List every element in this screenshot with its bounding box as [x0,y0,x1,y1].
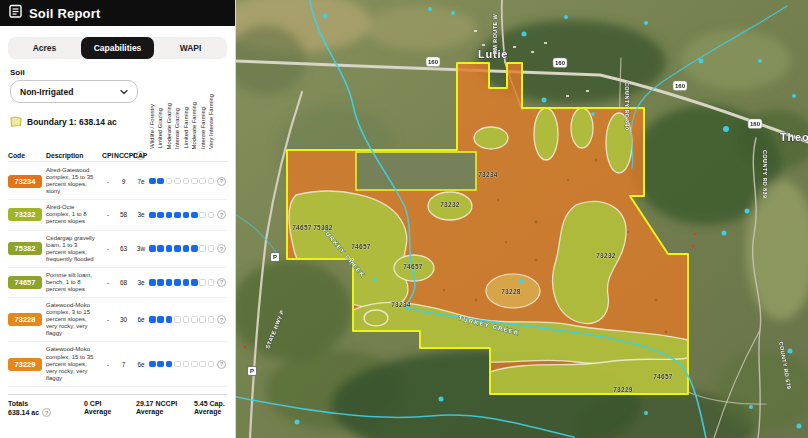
svg-text:P: P [250,368,254,374]
soil-code-badge: 75382 [8,242,42,255]
soil-table-row[interactable]: 74657Pomme silt loam, bench, 1 to 8 perc… [8,268,227,298]
tab-capabilities[interactable]: Capabilities [81,37,154,59]
capability-square [174,316,181,323]
soil-table-body: 73234Alred-Gatewood complex, 15 to 35 pe… [8,163,227,396]
capability-square [157,316,164,323]
soil-table-row[interactable]: 73234Alred-Gatewood complex, 15 to 35 pe… [8,163,227,200]
capability-square [183,178,190,185]
capability-square [208,361,215,368]
map-soil-code-label: 73234 [478,171,498,178]
capability-squares [149,178,217,185]
map-soil-code-label: 73234 [391,301,411,308]
cap-value: 3w [133,245,149,252]
nccpi-value: 9 [114,178,133,185]
row-help-icon[interactable]: ? [217,278,226,287]
capability-square [183,361,190,368]
totals-row: Totals 638.14 ac? 0 CPI Average 29.17 NC… [8,394,227,417]
capability-square [174,212,181,219]
capability-square [199,212,206,219]
row-help-icon[interactable]: ? [217,177,226,186]
cpi-value: - [102,279,114,286]
nccpi-value: 68 [114,279,133,286]
svg-text:160: 160 [555,60,566,66]
capability-squares [149,245,217,252]
tab-wapi[interactable]: WAPI [154,37,227,59]
totals-nccpi: 29.17 NCCPI [136,400,194,407]
col-code: Code [8,152,46,159]
cap-value: 6e [133,361,149,368]
satellite-map[interactable]: Lutie Theo RM ROUTE W COUNTY RD 840 STAT… [236,0,808,438]
table-header: Wildlife / ForestryLimited GrazingModera… [8,95,228,162]
soil-description: Gatewood-Moko complex, 15 to 35 percent … [46,346,102,381]
capability-column-header: Intense Farming [201,107,207,149]
tab-bar: Acres Capabilities WAPI [8,37,227,59]
tab-acres[interactable]: Acres [8,37,81,59]
capability-square [208,212,215,219]
row-help-icon[interactable]: ? [217,360,226,369]
column-headers: Code Description CPI NCCPI CAP [8,152,228,162]
report-icon [9,4,22,22]
soil-report-panel: Soil Report Acres Capabilities WAPI Soil… [0,0,236,438]
soil-description: Pomme silt loam, bench, 1 to 8 percent s… [46,272,102,293]
col-cpi: CPI [102,152,114,159]
capability-square [183,245,190,252]
capability-square [191,245,198,252]
capability-square [157,178,164,185]
capability-square [149,279,156,286]
capability-squares [149,212,217,219]
soil-table-row[interactable]: 75382Cedargap gravelly loam, 1 to 3 perc… [8,231,227,268]
svg-text:P: P [273,254,277,260]
soil-code-badge: 73229 [8,358,42,371]
cpi-value: - [102,178,114,185]
capability-column-header: Wildlife / Forestry [150,104,156,149]
capability-square [174,279,181,286]
cpi-value: - [102,245,114,252]
capability-square [174,245,181,252]
capability-square [166,361,173,368]
row-help-icon[interactable]: ? [217,210,226,219]
soil-table-row[interactable]: 73232Alred-Ocie complex, 1 to 8 percent … [8,200,227,230]
row-help-icon[interactable]: ? [217,315,226,324]
capability-square [191,212,198,219]
soil-description: Alred-Ocie complex, 1 to 8 percent slope… [46,204,102,225]
capability-square [157,361,164,368]
capability-column-header: Limited Farming [184,107,190,149]
soil-report-app: Soil Report Acres Capabilities WAPI Soil… [0,0,808,438]
capability-square [191,316,198,323]
road-label: COUNTY RD 839 [762,150,768,199]
capability-square [174,361,181,368]
capability-square [199,361,206,368]
capability-square [191,279,198,286]
cap-value: 7e [133,178,149,185]
capability-square [199,316,206,323]
soil-code-badge: 74657 [8,276,42,289]
map-panel: Lutie Theo RM ROUTE W COUNTY RD 840 STAT… [236,0,808,438]
totals-help-icon[interactable]: ? [42,408,51,417]
capability-square [157,279,164,286]
capability-square [208,279,215,286]
capability-column-header: Very Intense Farming [209,94,215,149]
row-help-icon[interactable]: ? [217,244,226,253]
map-soil-code-label: 73232 [440,201,460,208]
panel-title: Soil Report [29,6,101,21]
road-label: RM ROUTE W [492,14,498,54]
capability-column-header: Moderate Farming [192,102,198,149]
soil-table-row[interactable]: 73229Gatewood-Moko complex, 15 to 35 per… [8,342,227,386]
svg-text:160: 160 [675,83,686,89]
svg-text:160: 160 [750,121,761,127]
capability-square [166,316,173,323]
soil-label: Soil [10,68,225,77]
road-label: COUNTY RD 840 [624,82,630,131]
capability-square [199,245,206,252]
capability-square [183,212,190,219]
soil-table-row[interactable]: 73228Gatewood-Moko complex, 3 to 15 perc… [8,298,227,342]
capability-squares [149,279,217,286]
capability-square [166,279,173,286]
nccpi-value: 63 [114,245,133,252]
soil-code-badge: 73232 [8,208,42,221]
map-soil-code-label: 74657 [653,373,673,380]
cpi-value: - [102,361,114,368]
cpi-value: - [102,211,114,218]
col-nccpi: NCCPI [114,152,133,159]
capability-square [149,316,156,323]
